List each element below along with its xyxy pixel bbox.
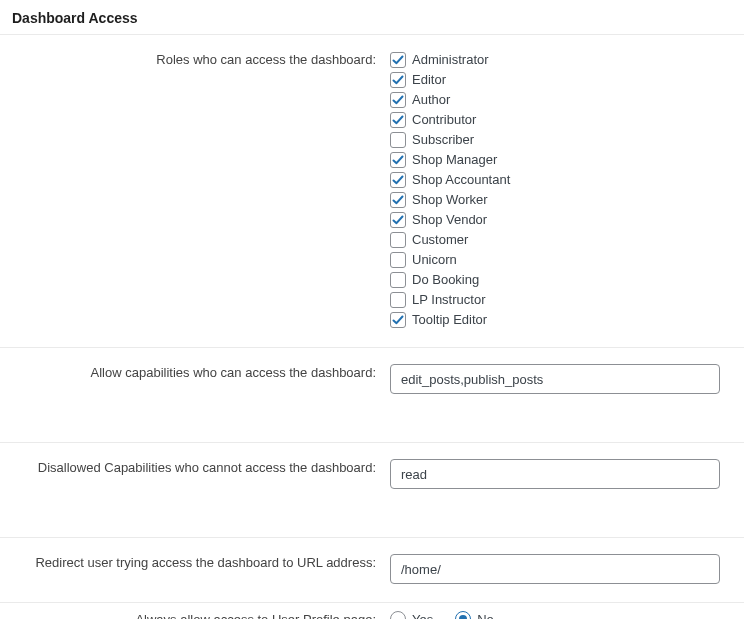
role-checkbox[interactable] [390,212,406,228]
role-label: Author [412,91,450,109]
role-checkbox-item: Administrator [390,51,722,69]
roles-checkbox-list: AdministratorEditorAuthorContributorSubs… [390,51,722,329]
role-checkbox[interactable] [390,192,406,208]
role-checkbox-item: Subscriber [390,131,722,149]
role-checkbox[interactable] [390,72,406,88]
role-label: Editor [412,71,446,89]
radio-item-no: No [455,611,494,619]
role-checkbox-item: Author [390,91,722,109]
allow-caps-input[interactable] [390,364,720,394]
redirect-label: Redirect user trying access the dashboar… [12,554,390,584]
role-checkbox-item: Shop Vendor [390,211,722,229]
row-profile-access: Always allow access to User Profile page… [0,603,744,619]
row-allow-caps: Allow capabilities who can access the da… [0,348,744,443]
radio-no-label: No [477,612,494,620]
role-checkbox-item: Customer [390,231,722,249]
role-checkbox[interactable] [390,172,406,188]
profile-access-label: Always allow access to User Profile page… [12,611,390,619]
radio-yes-label: Yes [412,612,433,620]
role-checkbox[interactable] [390,312,406,328]
radio-yes[interactable] [390,611,406,619]
section-title: Dashboard Access [0,0,744,34]
role-label: Shop Manager [412,151,497,169]
role-checkbox-item: Shop Worker [390,191,722,209]
role-label: Contributor [412,111,476,129]
role-label: Shop Vendor [412,211,487,229]
disallow-caps-label: Disallowed Capabilities who cannot acces… [12,459,390,489]
role-checkbox-item: Tooltip Editor [390,311,722,329]
row-roles: Roles who can access the dashboard: Admi… [0,35,744,348]
role-label: Shop Worker [412,191,488,209]
role-label: Do Booking [412,271,479,289]
role-checkbox[interactable] [390,52,406,68]
role-label: LP Instructor [412,291,485,309]
row-disallow-caps: Disallowed Capabilities who cannot acces… [0,443,744,538]
role-label: Customer [412,231,468,249]
role-checkbox[interactable] [390,132,406,148]
role-checkbox-item: LP Instructor [390,291,722,309]
role-checkbox[interactable] [390,292,406,308]
role-checkbox[interactable] [390,112,406,128]
role-checkbox-item: Unicorn [390,251,722,269]
role-label: Unicorn [412,251,457,269]
redirect-url-input[interactable] [390,554,720,584]
roles-label: Roles who can access the dashboard: [12,51,390,329]
role-label: Administrator [412,51,489,69]
role-checkbox-item: Contributor [390,111,722,129]
role-label: Subscriber [412,131,474,149]
role-checkbox-item: Editor [390,71,722,89]
role-checkbox-item: Do Booking [390,271,722,289]
radio-no[interactable] [455,611,471,619]
role-checkbox[interactable] [390,272,406,288]
role-checkbox-item: Shop Manager [390,151,722,169]
role-checkbox[interactable] [390,252,406,268]
role-checkbox[interactable] [390,232,406,248]
radio-item-yes: Yes [390,611,433,619]
disallow-caps-input[interactable] [390,459,720,489]
role-label: Tooltip Editor [412,311,487,329]
row-redirect: Redirect user trying access the dashboar… [0,538,744,603]
role-label: Shop Accountant [412,171,510,189]
allow-caps-label: Allow capabilities who can access the da… [12,364,390,394]
role-checkbox[interactable] [390,92,406,108]
role-checkbox-item: Shop Accountant [390,171,722,189]
role-checkbox[interactable] [390,152,406,168]
profile-access-radio-group: Yes No [390,611,722,619]
